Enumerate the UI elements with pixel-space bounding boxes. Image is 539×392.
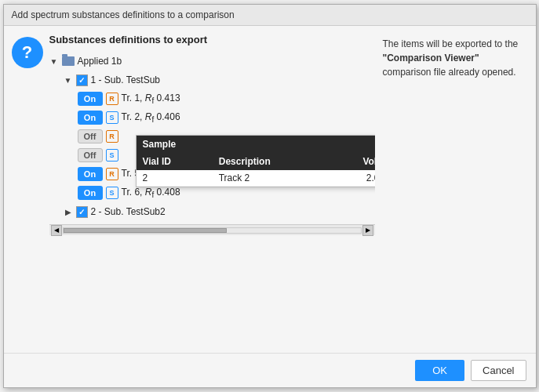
arrow-applied1b[interactable]: ▼ <box>49 57 59 66</box>
tree-node-sub1: ▼ 1 - Sub. TestSub <box>49 71 375 89</box>
tooltip-col-description: Description <box>213 153 332 170</box>
tooltip-row-1: 2 Track 2 2.0 <box>137 170 375 187</box>
horizontal-scrollbar[interactable]: ◀ ▶ <box>49 224 375 235</box>
toggle-tr5[interactable]: On <box>78 167 103 181</box>
badge-tr2: S <box>106 111 118 124</box>
left-panel: ? Substances definitions to export ▼ App… <box>12 34 375 345</box>
badge-tr3: R <box>106 130 118 143</box>
tree-section: Substances definitions to export ▼ Appli… <box>49 34 375 345</box>
tooltip-description-1: Track 2 <box>213 170 332 187</box>
toggle-tr6[interactable]: On <box>78 186 103 200</box>
label-tr2: Tr. 2, Rf 0.406 <box>122 111 180 124</box>
checkbox-sub1[interactable] <box>76 74 88 86</box>
tree-container: ▼ Applied 1b ▼ 1 - Sub. TestSub On R <box>49 52 375 221</box>
scroll-track[interactable] <box>63 227 362 234</box>
toggle-tr3[interactable]: Off <box>78 129 103 143</box>
right-panel: The items will be exported to the "Compa… <box>383 34 528 345</box>
tree-node-tr1: On R Tr. 1, Rf 0.413 <box>49 89 375 108</box>
dialog-title: Add spectrum substances definitions to a… <box>4 5 536 26</box>
tooltip-table: Vial ID Description Vol. 2 Track 2 2.0 <box>137 153 375 187</box>
badge-tr5: R <box>106 168 118 180</box>
folder-icon-applied1b <box>62 56 75 66</box>
checkbox-sub2[interactable] <box>76 206 88 218</box>
toggle-tr4[interactable]: Off <box>78 148 103 162</box>
scroll-left-arrow[interactable]: ◀ <box>51 225 62 236</box>
main-dialog: Add spectrum substances definitions to a… <box>3 4 537 388</box>
label-tr6: Tr. 6, Rf 0.408 <box>122 187 180 199</box>
tooltip-vialid-1: 2 <box>137 170 213 187</box>
badge-tr1: R <box>106 93 118 105</box>
scroll-right-arrow[interactable]: ▶ <box>362 225 373 236</box>
tree-node-sub2: ▶ 2 - Sub. TestSub2 <box>49 202 375 221</box>
dialog-body: ? Substances definitions to export ▼ App… <box>4 26 536 353</box>
label-sub2: 2 - Sub. TestSub2 <box>91 206 166 217</box>
tree-node-tr2: On S Tr. 2, Rf 0.406 <box>49 108 375 127</box>
cancel-button[interactable]: Cancel <box>471 360 526 381</box>
ok-button[interactable]: OK <box>415 360 464 381</box>
label-applied1b: Applied 1b <box>78 56 122 67</box>
toggle-tr1[interactable]: On <box>78 92 103 106</box>
section-title: Substances definitions to export <box>49 34 375 45</box>
tooltip-col-vol: Vol. <box>332 153 375 170</box>
dialog-footer: OK Cancel <box>4 353 536 387</box>
badge-tr6: S <box>106 187 118 199</box>
label-tr1: Tr. 1, Rf 0.413 <box>122 93 180 105</box>
tree-node-applied1b: ▼ Applied 1b <box>49 52 375 71</box>
info-icon: ? <box>12 37 43 68</box>
tooltip-title: Sample <box>137 136 375 153</box>
tooltip-col-vialid: Vial ID <box>137 153 213 170</box>
scroll-thumb[interactable] <box>64 228 227 233</box>
info-text-part2: comparison file already opened. <box>383 67 516 78</box>
arrow-sub1[interactable]: ▼ <box>64 76 73 85</box>
toggle-tr2[interactable]: On <box>78 111 103 125</box>
info-text-part1: The items will be exported to the <box>383 38 519 49</box>
badge-tr4: S <box>106 149 118 162</box>
tooltip-popup: Sample Vial ID Description Vol. <box>136 135 375 187</box>
tooltip-vol-1: 2.0 <box>332 170 375 187</box>
info-text-bold: "Comparison Viewer" <box>383 53 479 64</box>
arrow-sub2[interactable]: ▶ <box>64 208 73 216</box>
label-sub1: 1 - Sub. TestSub <box>91 74 161 85</box>
